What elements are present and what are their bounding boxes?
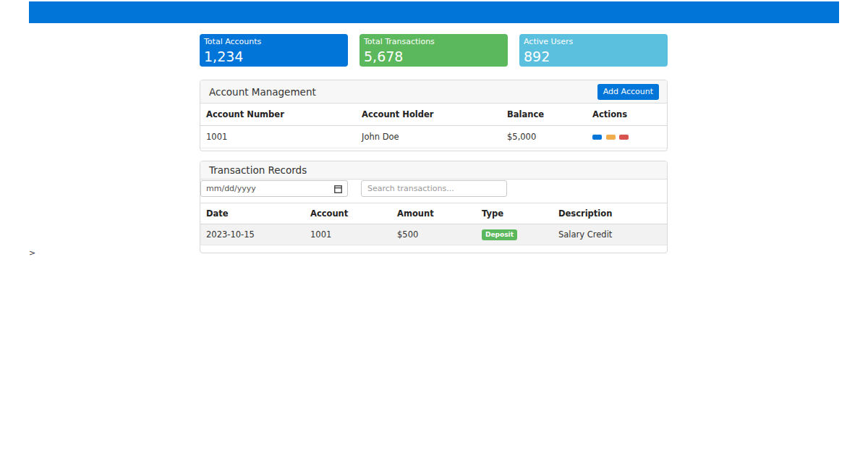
account-holder-cell: John Doe bbox=[356, 126, 501, 148]
account-table-row: 1001 John Doe $5,000 bbox=[200, 126, 667, 148]
transaction-description-cell: Salary Credit bbox=[553, 224, 667, 245]
accounts-table-header-row: Account Number Account Holder Balance Ac… bbox=[200, 104, 667, 126]
transactions-table-header-row: Date Account Amount Type Description bbox=[200, 203, 667, 224]
stat-value: 892 bbox=[524, 48, 663, 65]
transaction-card-header: Transaction Records bbox=[200, 161, 667, 180]
stat-label: Total Accounts bbox=[204, 36, 344, 47]
transaction-filters: mm/dd/yyyy bbox=[200, 180, 667, 197]
search-input[interactable] bbox=[361, 180, 507, 197]
calendar-icon[interactable] bbox=[334, 185, 342, 195]
transaction-records-card: Transaction Records mm/dd/yyyy Date Acco… bbox=[200, 161, 668, 253]
transaction-table-row: 2023-10-15 1001 $500 Deposit Salary Cred… bbox=[200, 224, 667, 245]
transaction-account-cell: 1001 bbox=[305, 224, 391, 245]
transaction-amount-cell: $500 bbox=[391, 224, 476, 245]
stat-value: 5,678 bbox=[364, 48, 503, 65]
account-section-title: Account Management bbox=[209, 86, 316, 98]
column-header-date: Date bbox=[200, 203, 305, 224]
stat-card-active-users: Active Users 892 bbox=[519, 34, 668, 67]
column-header-actions: Actions bbox=[587, 104, 667, 126]
account-number-cell: 1001 bbox=[200, 126, 356, 148]
column-header-description: Description bbox=[553, 203, 667, 224]
stats-row: Total Accounts 1,234 Total Transactions … bbox=[200, 34, 668, 67]
account-card-header: Account Management Add Account bbox=[200, 80, 667, 104]
navbar bbox=[29, 1, 839, 23]
action-button-primary[interactable] bbox=[592, 135, 602, 140]
stat-value: 1,234 bbox=[204, 48, 344, 65]
column-header-amount: Amount bbox=[391, 203, 476, 224]
deposit-badge: Deposit bbox=[482, 229, 517, 240]
stray-text: > bbox=[29, 248, 35, 258]
stat-card-total-accounts: Total Accounts 1,234 bbox=[200, 34, 348, 67]
column-header-account-holder: Account Holder bbox=[356, 104, 501, 126]
column-header-account: Account bbox=[305, 203, 391, 224]
transaction-section-title: Transaction Records bbox=[209, 164, 307, 176]
column-header-balance: Balance bbox=[501, 104, 587, 126]
transaction-type-cell: Deposit bbox=[476, 224, 553, 245]
stat-label: Total Transactions bbox=[364, 36, 503, 47]
action-button-danger[interactable] bbox=[619, 135, 629, 140]
account-management-card: Account Management Add Account Account N… bbox=[200, 80, 668, 151]
actions-cell bbox=[587, 126, 667, 148]
column-header-type: Type bbox=[476, 203, 553, 224]
date-filter-input[interactable]: mm/dd/yyyy bbox=[200, 180, 348, 197]
date-filter-value: mm/dd/yyyy bbox=[206, 184, 256, 193]
transaction-date-cell: 2023-10-15 bbox=[200, 224, 305, 245]
action-button-warning[interactable] bbox=[606, 135, 616, 140]
stat-label: Active Users bbox=[524, 36, 663, 47]
transactions-table: Date Account Amount Type Description 202… bbox=[200, 203, 667, 245]
column-header-account-number: Account Number bbox=[200, 104, 356, 126]
balance-cell: $5,000 bbox=[501, 126, 587, 148]
stat-card-total-transactions: Total Transactions 5,678 bbox=[359, 34, 508, 67]
accounts-table: Account Number Account Holder Balance Ac… bbox=[200, 104, 667, 148]
add-account-button[interactable]: Add Account bbox=[597, 84, 659, 100]
